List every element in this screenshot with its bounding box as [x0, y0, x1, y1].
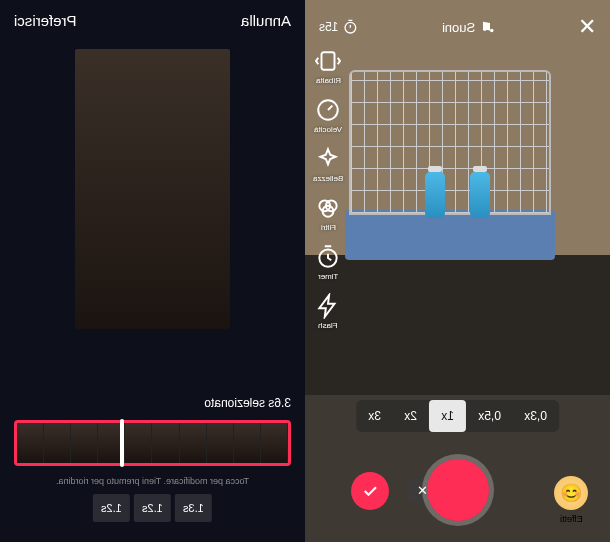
- prefer-button[interactable]: Preferisci: [14, 12, 77, 29]
- timeline-frame[interactable]: [71, 423, 98, 463]
- confirm-button[interactable]: [351, 472, 389, 510]
- svg-rect-3: [322, 52, 335, 69]
- sounds-button[interactable]: Suoni: [442, 20, 495, 35]
- selected-duration-label: 3.6s selezionato: [0, 390, 305, 414]
- smiley-icon: 😊: [560, 482, 582, 504]
- timeline-frame[interactable]: [17, 423, 44, 463]
- speed-1x[interactable]: 1x: [429, 400, 466, 432]
- svg-point-1: [490, 29, 494, 33]
- flash-tool[interactable]: Flash: [313, 293, 343, 330]
- speed-05x[interactable]: 0,5x: [466, 400, 513, 432]
- video-preview[interactable]: [75, 49, 230, 329]
- timeline-frame[interactable]: [234, 423, 261, 463]
- editor-panel: Preferisci Annulla 3.6s selezionato Tocc…: [0, 0, 305, 542]
- timeline-frame[interactable]: [261, 423, 288, 463]
- edit-hint: Tocca per modificare. Tieni premuto per …: [0, 472, 305, 494]
- speed-3x[interactable]: 3x: [356, 400, 393, 432]
- cancel-button[interactable]: Annulla: [241, 12, 291, 29]
- filters-tool[interactable]: Filtri: [313, 195, 343, 232]
- check-icon: [361, 482, 379, 500]
- timeline-frame[interactable]: [125, 423, 152, 463]
- effects-button[interactable]: 😊: [554, 476, 588, 510]
- timer-icon: [315, 244, 341, 270]
- timeline-frame[interactable]: [44, 423, 71, 463]
- beauty-tool[interactable]: Bellezza: [313, 146, 343, 183]
- speed-selector: 3x 2x 1x 0,5x 0,3x: [356, 400, 559, 432]
- clip-chips: 1.2s 1.2s 1.3s: [0, 494, 305, 542]
- close-button[interactable]: ✕: [578, 14, 596, 40]
- speed-2x[interactable]: 2x: [392, 400, 429, 432]
- timeline-frame[interactable]: [180, 423, 207, 463]
- side-toolbar: Ribalta Velocità Bellezza Filtri Timer F…: [313, 48, 343, 330]
- stopwatch-icon: [342, 19, 358, 35]
- timeline-frame[interactable]: [152, 423, 179, 463]
- flip-icon: [315, 48, 341, 74]
- timer-tool[interactable]: Timer: [313, 244, 343, 281]
- speed-03x[interactable]: 0,3x: [513, 400, 560, 432]
- sparkle-icon: [315, 146, 341, 172]
- clip-chip[interactable]: 1.2s: [93, 494, 130, 522]
- playhead[interactable]: [120, 419, 124, 467]
- clip-chip[interactable]: 1.3s: [175, 494, 212, 522]
- flip-tool[interactable]: Ribalta: [313, 48, 343, 85]
- music-note-icon: [481, 20, 495, 34]
- effects-label: Effetti: [560, 514, 583, 524]
- duration-selector[interactable]: 15s: [319, 19, 358, 35]
- flash-icon: [315, 293, 341, 319]
- speed-tool[interactable]: Velocità: [313, 97, 343, 134]
- record-button[interactable]: [422, 454, 494, 526]
- clip-chip[interactable]: 1.2s: [134, 494, 171, 522]
- preview-area: [0, 41, 305, 390]
- filters-icon: [315, 195, 341, 221]
- camera-panel: 15s Suoni ✕ Ribalta Velocità Bellezza Fi…: [305, 0, 610, 542]
- timeline[interactable]: [14, 420, 291, 466]
- speedometer-icon: [315, 97, 341, 123]
- timeline-frame[interactable]: [207, 423, 234, 463]
